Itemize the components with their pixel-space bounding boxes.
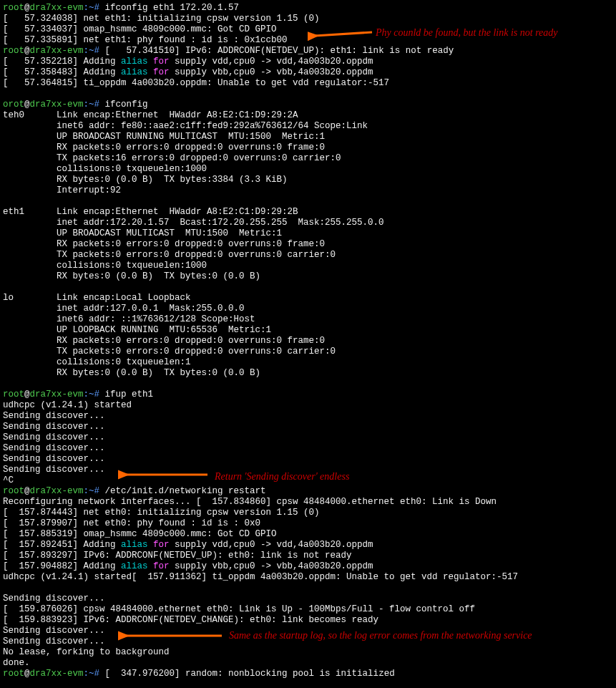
terminal-line: [ 159.883923] IPv6: ADDRCONF(NETDEV_CHAN… <box>3 615 613 626</box>
terminal-line: [ 57.324038] net eth1: initializing cpsw… <box>3 14 613 24</box>
terminal-line: RX packets:0 errors:0 dropped:0 overruns… <box>3 239 613 250</box>
terminal-line: [ 157.885319] omap_hsmmc 4809c000.mmc: G… <box>3 529 613 540</box>
terminal-line: RX bytes:0 (0.0 B) TX bytes:0 (0.0 B) <box>3 368 613 379</box>
terminal-line: Sending discover... <box>3 422 613 432</box>
annotation-text: Phy counld be found, but the link is not… <box>376 27 558 38</box>
terminal-line: RX bytes:0 (0.0 B) TX bytes:0 (0.0 B) <box>3 271 613 282</box>
terminal-line: eth1 Link encap:Ethernet HWaddr A8:E2:C1… <box>3 207 613 218</box>
terminal-line: lo Link encap:Local Loopback <box>3 293 613 304</box>
terminal-line: [ 57.364815] ti_oppdm 4a003b20.oppdm: Un… <box>3 78 613 89</box>
terminal-line: root@dra7xx-evm:~# /etc/init.d/networkin… <box>3 486 613 497</box>
terminal-line: root@dra7xx-evm:~# ifup eth1 <box>3 389 613 400</box>
terminal-line: [ 159.876026] cpsw 48484000.ethernet eth… <box>3 604 613 615</box>
annotation-text: Same as the startup log, so the log erro… <box>229 630 532 641</box>
terminal-line: collisions:0 txqueuelen:1000 <box>3 261 613 271</box>
prompt-host: dra7xx-evm <box>30 3 84 13</box>
terminal-line: inet6 addr: ::1%763612/128 Scope:Host <box>3 314 613 325</box>
prompt-path: :~# <box>84 3 100 13</box>
terminal-line: [ 157.879907] net eth0: phy found : id i… <box>3 518 613 529</box>
terminal-line: [ 57.358483] Adding alias for supply vbb… <box>3 67 613 78</box>
terminal-line: orot@dra7xx-evm:~# ifconfig <box>3 100 613 110</box>
terminal-line: TX packets:0 errors:0 dropped:0 overruns… <box>3 250 613 261</box>
terminal-line: RX packets:0 errors:0 dropped:0 overruns… <box>3 142 613 153</box>
terminal-line: root@dra7xx-evm:~# [ 57.341510] IPv6: AD… <box>3 46 613 57</box>
terminal-line: TX packets:16 errors:0 dropped:0 overrun… <box>3 153 613 164</box>
terminal-line: [ 157.893297] IPv6: ADDRCONF(NETDEV_UP):… <box>3 551 613 561</box>
terminal-line: Sending discover... <box>3 411 613 422</box>
terminal-line: RX bytes:0 (0.0 B) TX bytes:3384 (3.3 Ki… <box>3 175 613 185</box>
terminal-line: Sending discover... <box>3 443 613 454</box>
prompt-user: root <box>3 3 24 13</box>
terminal-line: [ 157.874443] net eth0: initializing cps… <box>3 508 613 518</box>
terminal-line: Reconfiguring network interfaces... [ 15… <box>3 497 613 508</box>
terminal-line: UP LOOPBACK RUNNING MTU:65536 Metric:1 <box>3 325 613 336</box>
terminal-line: [ 157.904882] Adding alias for supply vb… <box>3 561 613 572</box>
terminal-line: Sending discover... <box>3 454 613 465</box>
terminal-line: No lease, forking to background <box>3 647 613 658</box>
terminal-line: TX packets:0 errors:0 dropped:0 overruns… <box>3 347 613 357</box>
terminal-line: root@dra7xx-evm:~# ifconfig eth1 172.20.… <box>3 3 613 14</box>
terminal-line: collisions:0 txqueuelen:1000 <box>3 164 613 175</box>
terminal-line: RX packets:0 errors:0 dropped:0 overruns… <box>3 336 613 347</box>
terminal-line: teh0 Link encap:Ethernet HWaddr A8:E2:C1… <box>3 110 613 121</box>
command: ifconfig eth1 172.20.1.57 <box>99 3 239 13</box>
terminal-line: Sending discover... <box>3 593 613 604</box>
terminal-line: udhcpc (v1.24.1) started <box>3 400 613 411</box>
terminal-line: Sending discover... <box>3 432 613 443</box>
terminal-line: inet6 addr: fe80::aae2:c1ff:fed9:292a%76… <box>3 121 613 132</box>
terminal-line: UP BROADCAST MULTICAST MTU:1500 Metric:1 <box>3 228 613 239</box>
terminal-line: [ 157.892451] Adding alias for supply vd… <box>3 540 613 551</box>
terminal-line: UP BROADCAST RUNNING MULTICAST MTU:1500 … <box>3 132 613 142</box>
terminal-line: inet addr:172.20.1.57 Bcast:172.20.255.2… <box>3 218 613 228</box>
terminal-line: done. <box>3 658 613 669</box>
terminal-line: root@dra7xx-evm:~# [ 347.976200] random:… <box>3 669 613 679</box>
terminal-line: inet addr:127.0.0.1 Mask:255.0.0.0 <box>3 304 613 314</box>
terminal-line: Interrupt:92 <box>3 185 613 196</box>
terminal-line: udhcpc (v1.24.1) started[ 157.911362] ti… <box>3 572 613 583</box>
terminal-line: collisions:0 txqueuelen:1 <box>3 357 613 368</box>
annotation-text: Return 'Sending discover' endless <box>215 471 349 482</box>
terminal-line: [ 57.352218] Adding alias for supply vdd… <box>3 57 613 67</box>
